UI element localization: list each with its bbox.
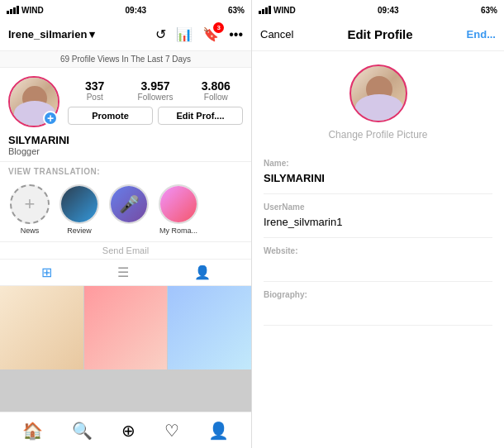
bio-name: SILYMARINI [8,134,243,146]
stats-area: 337 Post 3.957 Followers 3.806 Follow Pr… [68,79,243,125]
nav-bar-right: Cancel Edit Profile End... [252,18,504,51]
story-thumb-review [61,186,97,222]
cancel-button[interactable]: Cancel [260,28,293,41]
end-button[interactable]: End... [467,28,496,41]
story-label-news: News [8,226,51,235]
story-label-review: Review [58,226,101,235]
left-panel: WIND 09:43 63% Irene_silmarien ▾ ↺ 📊 🔖 3… [0,0,252,448]
profile-section: + 337 Post 3.957 Followers 3.806 Follow … [0,68,251,132]
story-thumb-3: 🎤 [111,186,147,222]
website-input[interactable] [264,260,492,272]
person-tab-icon[interactable]: 👤 [194,265,211,280]
biography-input[interactable] [264,303,492,316]
name-input[interactable] [264,172,492,184]
more-icon[interactable]: ••• [229,27,243,42]
carrier-left: WIND [7,6,44,15]
stats-row: 337 Post 3.957 Followers 3.806 Follow [68,79,243,102]
edit-profile-button[interactable]: Edit Prof.... [158,107,243,125]
list-tab-icon[interactable]: ☰ [117,265,129,280]
stories-row: + News Review 🎤 My Roma... [0,181,251,241]
story-circle-new: + [10,184,50,224]
carrier-right: WIND [259,6,296,15]
story-thumb-roma [160,186,197,222]
photo-grid [0,286,251,412]
name-label: Name: [264,159,492,168]
followers-number: 3.957 [128,79,182,93]
carrier-name-left: WIND [21,6,44,15]
send-email-label: Send Email [102,245,149,255]
status-right-left: 63% [228,6,245,15]
view-translation: VIEW TRANSLATION: [0,162,251,181]
add-story-icon: + [25,195,36,213]
grid-tab-icon[interactable]: ⊞ [41,265,52,280]
story-circle-roma [159,184,198,224]
add-story-button[interactable]: + [43,111,58,126]
username-input[interactable] [264,216,492,228]
profile-views-banner: 69 Profile Views In The Last 7 Days [0,51,251,68]
carrier-name-right: WIND [273,6,296,15]
story-roma[interactable]: My Roma... [157,184,200,235]
biography-field: Biography: [264,282,492,326]
edit-profile-content: Change Profile Picture Name: UserName We… [252,51,504,448]
add-nav-icon[interactable]: ⊕ [121,421,136,441]
followers-stat: 3.957 Followers [128,79,182,102]
chart-icon[interactable]: 📊 [176,26,193,42]
nav-icons-left: ↺ 📊 🔖 3 ••• [155,26,243,42]
followers-label: Followers [128,93,182,102]
avatar-container: + [8,76,59,127]
website-label: Website: [264,246,492,255]
right-panel: WIND 09:43 63% Cancel Edit Profile End..… [252,0,504,448]
name-field: Name: [264,150,492,194]
battery-right: 63% [481,6,497,15]
grid-thumb-3[interactable] [168,286,251,369]
story-circle-3: 🎤 [109,184,149,224]
story-new[interactable]: + News [8,184,51,235]
grid-thumb-2[interactable] [84,286,168,369]
grid-thumb-1[interactable] [0,286,83,369]
bottom-nav-left: 🏠 🔍 ⊕ ♡ 👤 [0,412,251,448]
dropdown-icon: ▾ [89,28,95,41]
signal-icon [7,6,19,14]
edit-avatar [349,64,407,122]
username-label: UserName [264,203,492,212]
bio-tag: Blogger [8,146,243,156]
following-stat: 3.806 Follow [189,79,243,102]
username-field: UserName [264,194,492,238]
time-left: 09:43 [126,6,147,15]
change-pic-label[interactable]: Change Profile Picture [328,129,427,141]
website-field: Website: [264,238,492,282]
battery-left: 63% [228,6,245,15]
story-3[interactable]: 🎤 [107,184,150,235]
username-text: Irene_silmarien [8,28,87,41]
posts-stat: 337 Post [68,79,121,102]
signal-icon-right [259,6,271,14]
following-label: Follow [189,93,243,102]
status-bar-left: WIND 09:43 63% [0,0,251,18]
status-bar-right: WIND 09:43 63% [252,0,504,18]
following-number: 3.806 [189,79,243,93]
form-fields: Name: UserName Website: Biography: [252,150,504,326]
action-buttons: Promote Edit Prof.... [68,107,243,125]
posts-label: Post [68,93,121,102]
profile-pic-section: Change Profile Picture [252,51,504,150]
search-nav-icon[interactable]: 🔍 [72,421,93,441]
edit-profile-title: Edit Profile [347,27,412,41]
username-area[interactable]: Irene_silmarien ▾ [8,28,95,41]
history-icon[interactable]: ↺ [155,26,166,42]
promote-button[interactable]: Promote [68,107,153,125]
biography-label: Biography: [264,290,492,299]
time-right: 09:43 [378,6,399,15]
bio-section: SILYMARINI Blogger [0,132,251,161]
bookmark-icon[interactable]: 🔖 3 [202,26,219,42]
profile-nav-icon[interactable]: 👤 [208,421,229,441]
nav-bar-left: Irene_silmarien ▾ ↺ 📊 🔖 3 ••• [0,18,251,51]
notification-badge: 3 [213,22,224,33]
send-email-area: Send Email [0,241,251,260]
story-label-roma: My Roma... [157,226,200,235]
posts-number: 337 [68,79,121,93]
heart-nav-icon[interactable]: ♡ [164,421,179,441]
home-nav-icon[interactable]: 🏠 [22,421,43,441]
story-review[interactable]: Review [58,184,101,235]
story-circle-review [59,184,99,224]
tab-bar-left: ⊞ ☰ 👤 [0,260,251,286]
